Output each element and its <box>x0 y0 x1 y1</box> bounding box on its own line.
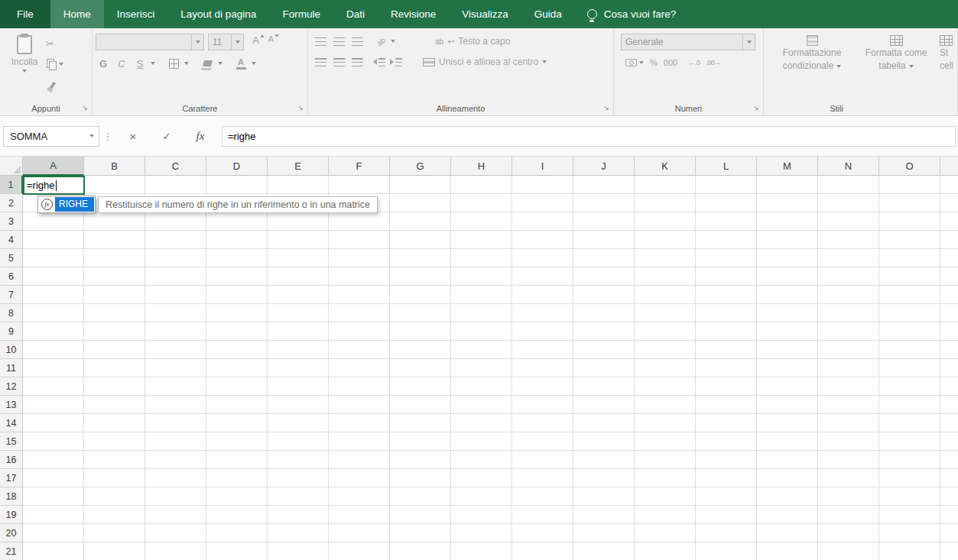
cell-O14[interactable] <box>879 414 940 432</box>
tab-file[interactable]: File <box>0 0 50 28</box>
cell-F18[interactable] <box>329 487 390 506</box>
cell-C8[interactable] <box>145 304 206 322</box>
cell-F20[interactable] <box>329 524 390 542</box>
cell-J14[interactable] <box>573 414 635 432</box>
tab-formule[interactable]: Formule <box>269 0 333 28</box>
cell-E8[interactable] <box>268 304 329 322</box>
cell-I5[interactable] <box>512 249 573 267</box>
increase-font-size-button[interactable]: A <box>251 34 266 50</box>
row-header-9[interactable]: 9 <box>0 322 23 341</box>
tell-me-box[interactable]: Cosa vuoi fare? <box>587 0 677 28</box>
cell-J9[interactable] <box>573 322 635 341</box>
cell-B10[interactable] <box>84 341 145 359</box>
tab-layout-di-pagina[interactable]: Layout di pagina <box>167 0 269 28</box>
cell-G16[interactable] <box>390 451 451 469</box>
column-header-A[interactable]: A <box>23 157 84 176</box>
cell-L2[interactable] <box>696 194 757 212</box>
align-middle-button[interactable] <box>330 34 348 49</box>
cell-K17[interactable] <box>635 469 696 487</box>
cell-D19[interactable] <box>206 506 268 524</box>
cell-A10[interactable] <box>23 341 84 359</box>
cell-K13[interactable] <box>635 396 696 414</box>
underline-button[interactable]: S <box>132 56 148 71</box>
cell-partial-7[interactable] <box>940 286 958 304</box>
column-header-N[interactable]: N <box>818 157 879 176</box>
cell-N21[interactable] <box>818 542 879 560</box>
cell-partial-20[interactable] <box>940 524 958 542</box>
cell-M18[interactable] <box>757 487 818 506</box>
cell-D14[interactable] <box>206 414 268 432</box>
cell-F3[interactable] <box>329 212 390 231</box>
cell-B5[interactable] <box>84 249 145 267</box>
cell-M17[interactable] <box>757 469 818 487</box>
cell-O3[interactable] <box>879 212 940 231</box>
cell-H12[interactable] <box>451 377 512 396</box>
align-top-button[interactable] <box>311 34 330 49</box>
cell-A11[interactable] <box>23 359 84 377</box>
cell-F4[interactable] <box>329 231 390 249</box>
cell-D1[interactable] <box>206 176 268 194</box>
column-header-I[interactable]: I <box>512 157 573 176</box>
cell-M4[interactable] <box>757 231 818 249</box>
cell-O4[interactable] <box>879 231 940 249</box>
row-header-8[interactable]: 8 <box>0 304 23 322</box>
cell-styles-button[interactable]: St cell <box>940 34 958 102</box>
cell-B14[interactable] <box>84 414 145 432</box>
cell-G19[interactable] <box>390 506 451 524</box>
cell-B7[interactable] <box>84 286 145 304</box>
cell-D9[interactable] <box>206 322 268 341</box>
row-header-13[interactable]: 13 <box>0 396 23 414</box>
cell-A4[interactable] <box>23 231 84 249</box>
cell-G9[interactable] <box>390 322 451 341</box>
cell-M14[interactable] <box>757 414 818 432</box>
cell-H18[interactable] <box>451 487 512 506</box>
cell-F19[interactable] <box>329 506 390 524</box>
number-dialog-launcher-icon[interactable] <box>752 103 761 112</box>
cell-M20[interactable] <box>757 524 818 542</box>
cell-L4[interactable] <box>696 231 757 249</box>
cell-A8[interactable] <box>23 304 84 322</box>
cell-L6[interactable] <box>696 267 757 286</box>
cell-M1[interactable] <box>757 176 818 194</box>
cell-N1[interactable] <box>818 176 879 194</box>
cell-D16[interactable] <box>206 451 268 469</box>
cell-D6[interactable] <box>206 267 268 286</box>
cell-B9[interactable] <box>84 322 145 341</box>
cell-D18[interactable] <box>206 487 268 506</box>
decrease-indent-button[interactable] <box>371 54 388 70</box>
cell-M8[interactable] <box>757 304 818 322</box>
cell-K5[interactable] <box>635 249 696 267</box>
cell-E13[interactable] <box>268 396 329 414</box>
cell-O8[interactable] <box>879 304 940 322</box>
decrease-decimal-button[interactable]: .00→ <box>706 59 721 66</box>
cell-E4[interactable] <box>268 231 329 249</box>
cut-button[interactable] <box>46 37 63 50</box>
cell-E18[interactable] <box>268 487 329 506</box>
cell-G3[interactable] <box>390 212 451 231</box>
cell-B18[interactable] <box>84 487 145 506</box>
cell-G2[interactable] <box>390 194 451 212</box>
cell-N13[interactable] <box>818 396 879 414</box>
cell-G8[interactable] <box>390 304 451 322</box>
cell-G11[interactable] <box>390 359 451 377</box>
cell-J8[interactable] <box>573 304 635 322</box>
cell-I14[interactable] <box>512 414 573 432</box>
cell-M9[interactable] <box>757 322 818 341</box>
column-header-H[interactable]: H <box>451 157 512 176</box>
cell-K14[interactable] <box>635 414 696 432</box>
cell-N12[interactable] <box>818 377 879 396</box>
cell-C10[interactable] <box>145 341 206 359</box>
cell-M5[interactable] <box>757 249 818 267</box>
cell-B6[interactable] <box>84 267 145 286</box>
row-header-16[interactable]: 16 <box>0 451 23 469</box>
cell-I16[interactable] <box>512 451 573 469</box>
format-as-table-button[interactable]: Formatta come tabella <box>856 34 937 102</box>
cell-D4[interactable] <box>206 231 268 249</box>
cell-C17[interactable] <box>145 469 206 487</box>
cell-N19[interactable] <box>818 506 879 524</box>
cell-L11[interactable] <box>696 359 757 377</box>
cell-N11[interactable] <box>818 359 879 377</box>
enter-button[interactable]: ✓ <box>155 126 178 147</box>
cell-K9[interactable] <box>635 322 696 341</box>
cell-M11[interactable] <box>757 359 818 377</box>
